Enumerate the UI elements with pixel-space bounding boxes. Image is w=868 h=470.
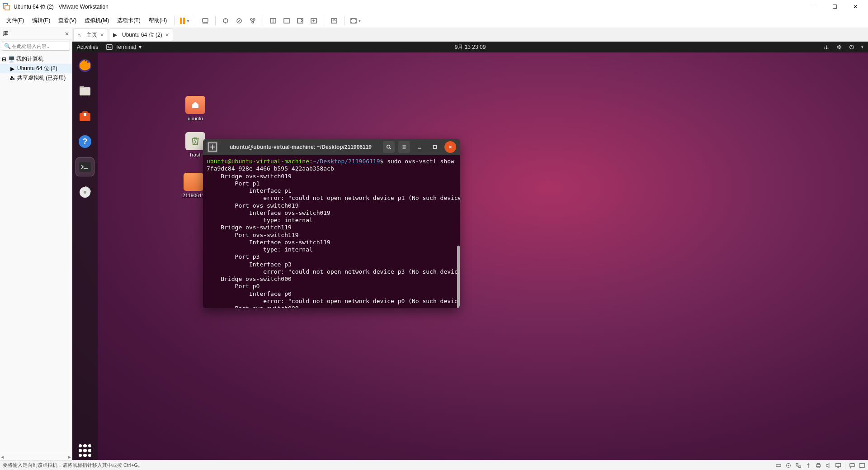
guest-display[interactable]: Activities Terminal ▾ 9月 13 23:09 ▾: [72, 42, 868, 460]
view-stretch-button[interactable]: [307, 14, 320, 27]
terminal-scrollbar[interactable]: [457, 246, 460, 308]
snapshot-manager-button[interactable]: [246, 14, 259, 27]
svg-rect-26: [79, 162, 91, 172]
terminal-titlebar[interactable]: ubuntu@ubuntu-virtual-machine: ~/Desktop…: [203, 139, 460, 155]
computer-icon: 🖥️: [8, 56, 14, 62]
tray-sound-icon[interactable]: [825, 462, 831, 469]
desktop-icon-home[interactable]: ubuntu: [181, 96, 210, 121]
suspend-button[interactable]: ▾: [178, 14, 191, 27]
tray-cd-icon[interactable]: [785, 462, 792, 469]
search-icon: 🔍: [4, 43, 11, 49]
dock-terminal[interactable]: [75, 157, 94, 176]
terminal-title: ubuntu@ubuntu-virtual-machine: ~/Desktop…: [222, 144, 379, 150]
view-split-button[interactable]: [267, 14, 279, 27]
library-sidebar: 库 ✕ 🔍 ▾ ⊟ 🖥️ 我的计算机 ▶ Ubuntu 64 位 (2) 🖧 共…: [0, 28, 72, 460]
collapse-icon: ⊟: [2, 56, 6, 62]
svg-rect-16: [107, 45, 112, 50]
menu-view[interactable]: 查看(V): [55, 15, 80, 26]
sidebar-close-button[interactable]: ✕: [65, 31, 69, 37]
svg-line-33: [390, 148, 391, 149]
tray-hdd-icon[interactable]: [775, 462, 782, 469]
ubuntu-top-bar: Activities Terminal ▾ 9月 13 23:09 ▾: [72, 42, 868, 52]
tray-message-icon[interactable]: [849, 462, 855, 469]
snapshot-revert-button[interactable]: [233, 14, 245, 27]
network-icon[interactable]: [823, 44, 830, 50]
svg-rect-44: [796, 463, 798, 465]
separator: [215, 16, 216, 26]
sidebar-search[interactable]: 🔍 ▾: [2, 42, 70, 51]
prompt-path: ~/Desktop/211906119: [313, 158, 380, 165]
dropdown-caret-icon[interactable]: ▾: [861, 45, 863, 49]
clock[interactable]: 9月 13 23:09: [455, 43, 486, 51]
terminal-minimize-button[interactable]: [414, 141, 425, 153]
power-icon[interactable]: [849, 44, 855, 50]
tray-fullscreen-icon[interactable]: [859, 462, 865, 469]
host-maximize-button[interactable]: ☐: [825, 0, 845, 14]
snapshot-button[interactable]: [219, 14, 232, 27]
tab-vm-ubuntu[interactable]: ▶ Ubuntu 64 位 (2) ✕: [109, 28, 173, 41]
active-app-label: Terminal: [115, 44, 136, 50]
tray-usb-icon[interactable]: [805, 462, 811, 469]
svg-rect-2: [203, 19, 208, 22]
dock-disc[interactable]: [75, 183, 94, 202]
terminal-close-button[interactable]: [444, 141, 456, 153]
tree-node-shared-vms[interactable]: 🖧 共享虚拟机 (已弃用): [0, 73, 72, 83]
terminal-command: sudo ovs-vsctl show: [387, 158, 454, 165]
dock-files[interactable]: [75, 81, 94, 100]
svg-rect-20: [80, 87, 90, 95]
svg-point-32: [387, 145, 390, 148]
tree-label: 共享虚拟机 (已弃用): [17, 74, 66, 82]
vm-running-icon: ▶: [9, 66, 15, 72]
terminal-menu-button[interactable]: [398, 141, 410, 153]
separator: [174, 16, 175, 26]
svg-text:?: ?: [83, 137, 88, 146]
tray-network-icon[interactable]: [795, 462, 802, 469]
send-ctrl-alt-del-button[interactable]: [199, 14, 212, 27]
dropdown-caret-icon: ▾: [359, 18, 361, 23]
menu-tabs[interactable]: 选项卡(T): [113, 15, 144, 26]
svg-rect-1: [5, 5, 9, 10]
folder-icon: [184, 173, 203, 191]
separator: [344, 16, 344, 26]
tray-display-icon[interactable]: [835, 462, 841, 469]
trash-icon: [185, 132, 205, 150]
volume-icon[interactable]: [836, 44, 842, 50]
host-window-title: Ubuntu 64 位 (2) - VMware Workstation: [14, 3, 804, 11]
terminal-window[interactable]: ubuntu@ubuntu-virtual-machine: ~/Desktop…: [203, 139, 460, 308]
view-single-button[interactable]: [280, 14, 293, 27]
terminal-search-button[interactable]: [383, 141, 395, 153]
dock-firefox[interactable]: [75, 56, 94, 75]
tab-close-button[interactable]: ✕: [100, 32, 104, 38]
menu-edit[interactable]: 编辑(E): [28, 15, 54, 26]
svg-rect-48: [817, 466, 819, 468]
vmware-main-panel: ⌂ 主页 ✕ ▶ Ubuntu 64 位 (2) ✕ Activities Te…: [72, 28, 868, 460]
tab-label: Ubuntu 64 位 (2): [122, 31, 162, 39]
svg-point-28: [84, 191, 86, 194]
sidebar-search-input[interactable]: [11, 43, 75, 49]
tab-home[interactable]: ⌂ 主页 ✕: [73, 28, 108, 41]
menu-vm[interactable]: 虚拟机(M): [81, 15, 113, 26]
tray-printer-icon[interactable]: [815, 462, 821, 469]
dock-help[interactable]: ?: [75, 132, 94, 151]
host-close-button[interactable]: ✕: [845, 0, 865, 14]
dock-software[interactable]: [75, 107, 94, 126]
menu-help[interactable]: 帮助(H): [145, 15, 171, 26]
view-console-button[interactable]: [294, 14, 307, 27]
terminal-new-tab-button[interactable]: [207, 141, 218, 153]
terminal-output[interactable]: ubuntu@ubuntu-virtual-machine:~/Desktop/…: [203, 155, 460, 308]
host-minimize-button[interactable]: ─: [804, 0, 825, 14]
fullscreen-button[interactable]: ▾: [348, 14, 363, 27]
apps-grid-icon: [79, 444, 91, 457]
tab-close-button[interactable]: ✕: [165, 32, 169, 38]
svg-rect-41: [776, 464, 781, 466]
svg-rect-38: [434, 146, 437, 149]
tree-node-vm-ubuntu[interactable]: ▶ Ubuntu 64 位 (2): [0, 64, 72, 73]
menu-file[interactable]: 文件(F): [3, 15, 28, 26]
activities-button[interactable]: Activities: [77, 44, 98, 50]
terminal-maximize-button[interactable]: [429, 141, 441, 153]
tree-node-root[interactable]: ⊟ 🖥️ 我的计算机: [0, 54, 72, 64]
sidebar-horizontal-scrollbar[interactable]: ◂▸: [0, 453, 72, 460]
active-app-menu[interactable]: Terminal ▾: [106, 44, 141, 50]
dock-show-apps[interactable]: [75, 441, 94, 460]
enter-unity-button[interactable]: [328, 14, 340, 27]
